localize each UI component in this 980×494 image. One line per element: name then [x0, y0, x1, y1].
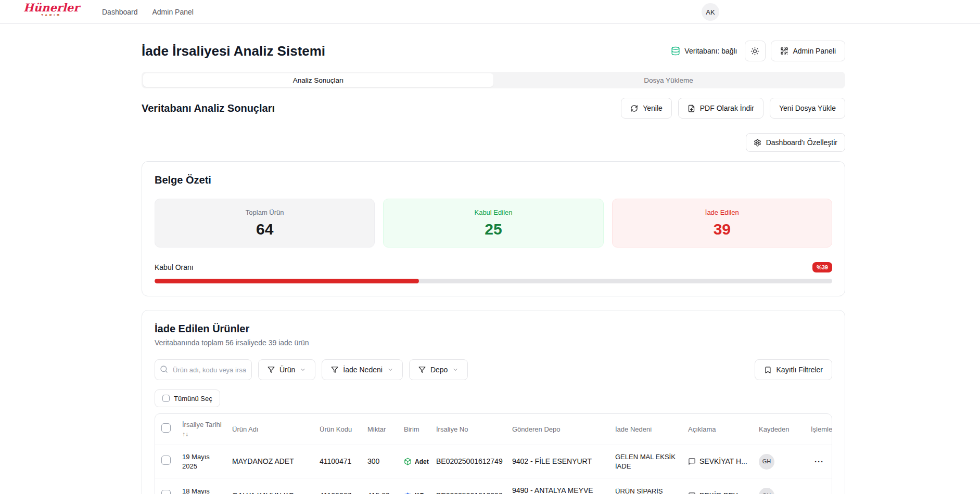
stat-accepted-label: Kabul Edilen — [474, 209, 512, 216]
returned-products-title: İade Edilen Ürünler — [155, 323, 832, 335]
funnel-icon — [268, 366, 275, 373]
stat-total-value: 64 — [256, 220, 273, 238]
filter-product-button[interactable]: Ürün — [258, 359, 315, 380]
stat-accepted: Kabul Edilen 25 — [383, 199, 603, 248]
main-tabs: Analiz Sonuçları Dosya Yükleme — [142, 72, 845, 88]
nav-link-admin-panel[interactable]: Admin Panel — [152, 8, 194, 16]
select-all-label: Tümünü Seç — [174, 395, 212, 402]
cell-code: 41100471 — [314, 445, 362, 478]
theme-toggle-button[interactable] — [745, 41, 766, 61]
header-checkbox[interactable] — [161, 423, 171, 433]
returned-products-subtitle: Veritabanında toplam 56 irsaliyede 39 ia… — [155, 339, 832, 347]
nav-link-dashboard[interactable]: Dashboard — [102, 8, 138, 16]
table-header-row: İrsaliye Tarihi ↑↓ Ürün Adı Ürün Kodu Mi… — [155, 414, 832, 445]
saved-filters-button[interactable]: Kayıtlı Filtreler — [755, 359, 832, 380]
filter-depot-button[interactable]: Depo — [409, 359, 468, 380]
refresh-button[interactable]: Yenile — [621, 98, 672, 119]
sort-icon: ↑↓ — [182, 431, 188, 438]
file-download-icon — [688, 105, 695, 112]
cell-waybill: BE02025001612290 — [431, 478, 507, 494]
cell-date: 18 Mayıs 2025 — [177, 478, 227, 494]
table-row: 19 Mayıs 2025 MAYDANOZ ADET 41100471 300… — [155, 445, 832, 478]
page-title: İade İrsaliyesi Analiz Sistemi — [142, 43, 325, 59]
funnel-icon — [418, 366, 426, 373]
scale-icon — [404, 492, 412, 494]
row-checkbox[interactable] — [161, 490, 171, 494]
search-box — [155, 359, 252, 380]
cell-product: GALYA KAVUN KG — [227, 478, 314, 494]
progress-fill — [155, 279, 419, 283]
package-icon — [404, 458, 412, 465]
col-header-waybill: İrsaliye No — [431, 414, 507, 445]
returned-products-card: İade Edilen Ürünler Veritabanında toplam… — [142, 310, 845, 494]
message-square-icon — [688, 492, 696, 494]
col-header-actions: İşlemler — [806, 414, 832, 445]
row-user-avatar: GH — [759, 454, 774, 470]
stat-returned: İade Edilen 39 — [612, 199, 832, 248]
select-all-button[interactable]: Tümünü Seç — [155, 389, 220, 407]
gear-icon — [754, 139, 761, 147]
stat-returned-value: 39 — [714, 220, 731, 238]
db-status-label: Veritabanı: bağlı — [684, 47, 737, 55]
cell-warehouse: 9402 - FİLE ESENYURT — [507, 445, 610, 478]
cell-unit: KG — [415, 491, 424, 494]
cell-note: BEKİR BEY ... — [699, 491, 746, 494]
search-input[interactable] — [155, 359, 252, 380]
filter-reason-button[interactable]: İade Nedeni — [322, 359, 403, 380]
db-status: Veritabanı: bağlı — [671, 46, 737, 56]
summary-card: Belge Özeti Toplam Ürün 64 Kabul Edilen … — [142, 161, 845, 296]
cell-reason: ÜRÜN SİPARİŞ FAZLA — [610, 478, 683, 494]
admin-panel-label: Admin Paneli — [793, 47, 836, 55]
col-header-unit: Birim — [399, 414, 431, 445]
row-user-avatar: GH — [759, 488, 774, 494]
database-icon — [671, 46, 680, 56]
brand-logo-text: Hünerler — [23, 2, 79, 13]
cell-date: 19 Mayıs 2025 — [177, 445, 227, 478]
cell-code: 41100367 — [314, 478, 362, 494]
filter-depot-label: Depo — [430, 366, 448, 374]
filter-reason-label: İade Nedeni — [343, 366, 383, 374]
col-header-qty: Miktar — [362, 414, 399, 445]
pdf-download-label: PDF Olarak İndir — [700, 104, 754, 112]
customize-dashboard-button[interactable]: Dashboard'ı Özelleştir — [746, 133, 845, 152]
cell-unit: Adet — [415, 458, 429, 466]
new-file-upload-button[interactable]: Yeni Dosya Yükle — [770, 98, 845, 119]
tab-dosya-yukleme[interactable]: Dosya Yükleme — [493, 73, 844, 87]
section-title: Veritabanı Analiz Sonuçları — [142, 102, 275, 114]
cell-qty: 300 — [362, 445, 399, 478]
pdf-download-button[interactable]: PDF Olarak İndir — [678, 98, 763, 119]
funnel-icon — [331, 366, 338, 373]
brand-logo[interactable]: Hünerler TARIM — [23, 2, 79, 17]
col-header-reason: İade Nedeni — [610, 414, 683, 445]
sun-icon — [750, 47, 759, 56]
chevron-down-icon — [452, 367, 459, 373]
acceptance-rate-label: Kabul Oranı — [155, 263, 194, 271]
col-header-warehouse: Gönderen Depo — [507, 414, 610, 445]
customize-dashboard-label: Dashboard'ı Özelleştir — [766, 138, 837, 147]
user-avatar[interactable]: AK — [702, 3, 719, 21]
select-all-checkbox — [162, 395, 170, 402]
col-header-date[interactable]: İrsaliye Tarihi ↑↓ — [177, 414, 227, 445]
admin-panel-button[interactable]: Admin Paneli — [771, 41, 846, 61]
row-checkbox[interactable] — [161, 456, 171, 465]
cell-warehouse: 9490 - ANTALYA MEYVE SEBZE DEPOSU — [507, 478, 610, 494]
qr-grid-icon — [780, 47, 788, 55]
row-actions-menu[interactable]: ··· — [814, 491, 824, 494]
nav-links: Dashboard Admin Panel — [102, 8, 194, 16]
message-square-icon — [688, 458, 696, 465]
acceptance-rate-badge: %39 — [812, 262, 832, 272]
cell-waybill: BE02025001612749 — [431, 445, 507, 478]
refresh-label: Yenile — [643, 104, 663, 112]
stat-total-products: Toplam Ürün 64 — [155, 199, 375, 248]
stat-returned-label: İade Edilen — [705, 209, 739, 216]
col-header-user: Kaydeden — [754, 414, 806, 445]
returned-products-table: İrsaliye Tarihi ↑↓ Ürün Adı Ürün Kodu Mi… — [155, 413, 832, 494]
chevron-down-icon — [387, 367, 393, 373]
cell-note: SEVKİYAT H... — [699, 457, 747, 466]
tab-analiz-sonuclari[interactable]: Analiz Sonuçları — [143, 73, 493, 87]
saved-filters-label: Kayıtlı Filtreler — [777, 366, 823, 374]
table-row: 18 Mayıs 2025 GALYA KAVUN KG 41100367 41… — [155, 478, 832, 494]
chevron-down-icon — [300, 367, 306, 373]
row-actions-menu[interactable]: ··· — [814, 457, 824, 466]
new-file-upload-label: Yeni Dosya Yükle — [779, 104, 836, 112]
